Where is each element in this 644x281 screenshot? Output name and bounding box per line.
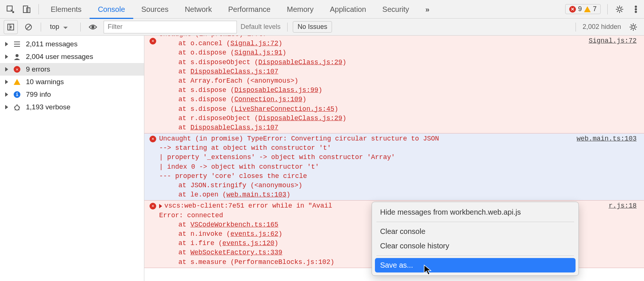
source-link[interactable]: DisposableClass.js:29 xyxy=(258,59,342,66)
console-sidebar: 2,011 messages2,004 user messages✕9 erro… xyxy=(0,36,144,281)
source-link[interactable]: Connection.js:109 xyxy=(234,96,302,103)
divider xyxy=(376,255,574,256)
toggle-sidebar-icon[interactable] xyxy=(4,20,18,34)
filter-input[interactable] xyxy=(104,21,237,33)
message-source-link[interactable]: Signal.js:72 xyxy=(588,36,637,46)
stack-line: at s.disposeObject (DisposableClass.js:2… xyxy=(178,58,588,67)
stack-line: at JSON.stringify (<anonymous>) xyxy=(178,181,577,190)
message-source-link[interactable]: r.js:18 xyxy=(608,201,637,211)
svg-point-3 xyxy=(618,8,621,11)
sidebar-item-label: 2,004 user messages xyxy=(26,53,93,61)
source-link[interactable]: web.main.ts:103 xyxy=(227,191,286,198)
sidebar-item-info[interactable]: i799 info xyxy=(0,88,144,101)
svg-point-11 xyxy=(91,26,94,29)
divider xyxy=(41,23,41,32)
message-source-link[interactable]: web.main.ts:103 xyxy=(577,134,637,143)
console-toolbar: top Default levels No Issues 2,002 hidde… xyxy=(0,19,644,36)
divider xyxy=(287,23,288,32)
sidebar-item-label: 10 warnings xyxy=(26,78,64,86)
chevron-right-icon xyxy=(5,105,8,109)
context-menu: Hide messages from workbench.web.api.jsC… xyxy=(372,202,579,276)
stack-line: at o.cancel (Signal.js:72) xyxy=(178,39,588,48)
console-settings-gear-icon[interactable] xyxy=(626,20,640,34)
svg-point-4 xyxy=(635,6,637,7)
source-link[interactable]: events.js:120 xyxy=(222,239,274,247)
sidebar-item-user[interactable]: 2,004 user messages xyxy=(0,50,144,63)
sidebar-item-warn[interactable]: 10 warnings xyxy=(0,76,144,88)
message-headline: Uncaught (in promise) Error xyxy=(159,36,267,38)
message-headline: vscs:web-client:7e51 error while in "Ava… xyxy=(164,202,332,209)
tab-console[interactable]: Console xyxy=(90,0,133,19)
error-icon: ✕ xyxy=(150,136,156,142)
source-link[interactable]: DisposableClass.js:29 xyxy=(258,115,342,122)
info-icon: i xyxy=(13,91,21,98)
tab-security[interactable]: Security xyxy=(374,0,417,19)
hidden-count: 2,002 hidden xyxy=(583,23,621,31)
svg-line-10 xyxy=(26,25,31,29)
expand-icon[interactable] xyxy=(159,204,162,208)
tab-elements[interactable]: Elements xyxy=(43,0,90,19)
chevron-right-icon xyxy=(5,54,8,59)
clear-console-icon[interactable] xyxy=(21,20,36,34)
message-headline: Uncaught (in promise) TypeError: Convert… xyxy=(159,135,439,142)
divider xyxy=(80,23,81,32)
svg-point-16 xyxy=(16,54,19,57)
message-body-line: | index 0 -> object with constructor 't' xyxy=(159,162,577,172)
context-menu-item[interactable]: Hide messages from workbench.web.api.js xyxy=(375,205,576,219)
source-link[interactable]: DisposableClass.js:107 xyxy=(190,68,278,75)
stack-line: at s.dispose (LiveShareConnection.js:45) xyxy=(178,105,588,114)
svg-point-6 xyxy=(635,11,637,13)
sidebar-item-bug[interactable]: 1,193 verbose xyxy=(0,101,144,113)
stack-line: at s.dispose (Connection.js:109) xyxy=(178,95,588,104)
svg-point-5 xyxy=(635,9,637,10)
source-link[interactable]: LiveShareConnection.js:45 xyxy=(234,105,334,113)
log-level-select[interactable]: Default levels xyxy=(241,23,282,31)
context-menu-item[interactable]: Clear console history xyxy=(375,239,576,253)
sidebar-item-label: 2,011 messages xyxy=(26,40,77,48)
context-menu-item[interactable]: Clear console xyxy=(375,224,576,239)
inspect-element-icon[interactable] xyxy=(2,1,19,17)
divider xyxy=(38,4,39,14)
problem-counts[interactable]: ✕ 9 7 xyxy=(565,4,601,14)
error-count: 9 xyxy=(578,5,582,13)
svg-rect-1 xyxy=(23,6,28,13)
tab-performance[interactable]: Performance xyxy=(220,0,279,19)
source-link[interactable]: Signal.js:91 xyxy=(234,49,282,56)
context-menu-item[interactable]: Save as... xyxy=(375,258,576,272)
console-message[interactable]: ✕Uncaught (in promise) Error at o.cancel… xyxy=(144,36,644,133)
tab-overflow[interactable]: » xyxy=(417,0,437,19)
list-icon xyxy=(13,41,21,47)
console-message[interactable]: ✕Uncaught (in promise) TypeError: Conver… xyxy=(144,133,644,201)
tab-network[interactable]: Network xyxy=(177,0,220,19)
live-expression-eye-icon[interactable] xyxy=(86,20,100,34)
stack-line: at DisposableClass.js:107 xyxy=(178,67,588,76)
source-link[interactable]: Signal.js:72 xyxy=(230,40,278,47)
chevron-right-icon xyxy=(5,80,8,84)
tab-memory[interactable]: Memory xyxy=(279,0,322,19)
chevron-down-icon xyxy=(63,27,68,29)
kebab-menu-icon[interactable] xyxy=(628,1,644,17)
svg-point-12 xyxy=(632,26,635,29)
bug-icon xyxy=(13,103,21,111)
device-mode-icon[interactable] xyxy=(19,1,35,17)
execution-context-value: top xyxy=(50,23,59,30)
source-link[interactable]: WebSocketFactory.ts:339 xyxy=(190,249,282,256)
source-link[interactable]: VSCodeWorkbench.ts:165 xyxy=(190,221,278,228)
source-link[interactable]: events.js:62 xyxy=(230,230,278,238)
source-link[interactable]: DisposableClass.js:107 xyxy=(190,124,278,131)
stack-line: at Array.forEach (<anonymous>) xyxy=(178,76,588,86)
settings-gear-icon[interactable] xyxy=(611,1,628,17)
sidebar-item-label: 9 errors xyxy=(26,65,50,73)
tab-sources[interactable]: Sources xyxy=(133,0,177,19)
devtools-tab-bar: Elements Console Sources Network Perform… xyxy=(0,0,644,19)
error-icon: ✕ xyxy=(150,38,156,44)
execution-context-select[interactable]: top xyxy=(46,22,75,32)
issues-button[interactable]: No Issues xyxy=(293,21,332,33)
divider xyxy=(607,4,608,14)
sidebar-item-list[interactable]: 2,011 messages xyxy=(0,38,144,50)
sidebar-item-error[interactable]: ✕9 errors xyxy=(0,63,144,76)
source-link[interactable]: DisposableClass.js:99 xyxy=(234,86,318,94)
tab-application[interactable]: Application xyxy=(322,0,374,19)
divider xyxy=(576,23,576,32)
warning-icon xyxy=(584,6,591,12)
